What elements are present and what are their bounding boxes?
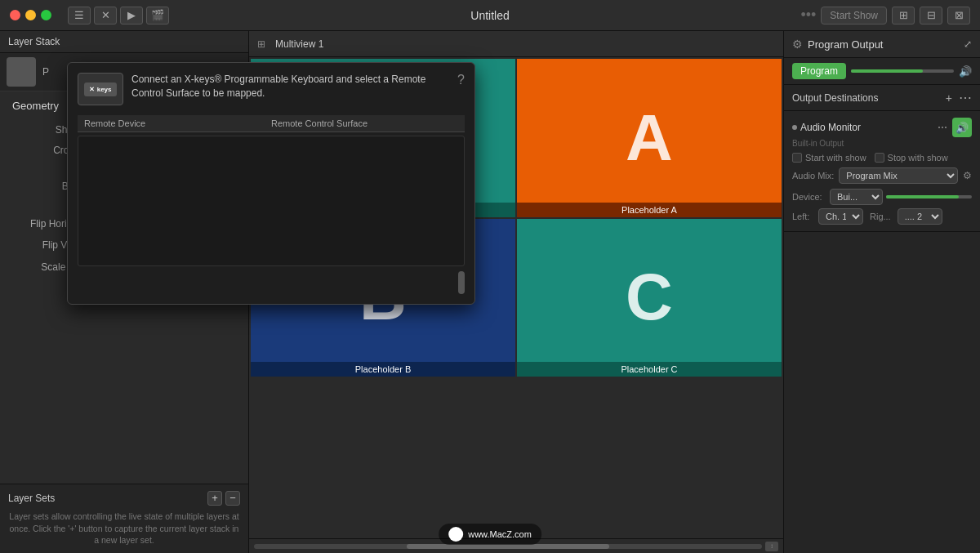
multiview-grid-icon: ⊞	[257, 38, 265, 50]
audio-monitor-dot	[792, 125, 797, 130]
add-destination-button[interactable]: +	[946, 91, 952, 105]
close-button[interactable]	[10, 10, 20, 20]
program-volume-slider[interactable]	[851, 69, 954, 73]
layer-stack-title: Layer Stack	[8, 36, 60, 47]
multiview-cell-a: A Placeholder A	[517, 59, 782, 217]
audio-monitor-header: Audio Monitor ⋯ 🔊	[792, 118, 972, 137]
left-channel-label: Left:	[792, 212, 815, 221]
mv-letter-c2: C	[626, 260, 673, 335]
minimize-button[interactable]	[25, 10, 36, 20]
stop-with-show-checkbox[interactable]: Stop with show	[875, 153, 948, 163]
audio-mix-label: Audio Mix:	[792, 171, 834, 181]
window-title: Untitled	[470, 9, 509, 22]
fullscreen-button[interactable]	[41, 10, 51, 20]
layer-sets-description: Layer sets allow controlling the live st…	[8, 511, 240, 546]
program-audio-icon[interactable]: 🔊	[959, 65, 972, 78]
xkeys-logo-text: ✕ keys	[84, 83, 116, 96]
layer-sets-section: Layer Sets + − Layer sets allow controll…	[0, 484, 248, 553]
right-channel-label: Rig...	[870, 212, 891, 221]
xkeys-overlay: ✕ keys Connect an X-keys® Programmable K…	[67, 62, 475, 305]
program-output-header: ⚙ Program Output ⤢	[784, 31, 980, 58]
start-with-show-label: Start with show	[805, 153, 866, 163]
scroll-corner-icon: ↕	[770, 542, 773, 550]
play-icon[interactable]: ▶	[120, 7, 143, 25]
xkeys-table-header: Remote Device Remote Control Surface	[78, 115, 465, 132]
device-select[interactable]: Bui...	[830, 189, 883, 205]
audio-mix-row: Audio Mix: Program Mix ⚙	[792, 167, 972, 184]
device-volume-slider[interactable]	[886, 195, 972, 198]
program-bar: Program 🔊	[784, 58, 980, 85]
stop-with-show-checkbox-box[interactable]	[875, 153, 884, 163]
xkeys-message: Connect an X-keys® Programmable Keyboard…	[131, 73, 449, 100]
device-volume-fill	[886, 195, 959, 198]
xkeys-scrollbar[interactable]	[458, 271, 465, 294]
layer-sets-add-button[interactable]: +	[207, 491, 222, 506]
layer-sets-buttons: + −	[207, 491, 240, 506]
layer-name: P	[42, 66, 49, 78]
audio-monitor-check-row: Start with show Stop with show	[792, 153, 972, 163]
audio-monitor-speaker-button[interactable]: 🔊	[952, 118, 972, 137]
audio-monitor-section: Audio Monitor ⋯ 🔊 Built-in Output Start …	[784, 111, 980, 232]
right-panel: ⚙ Program Output ⤢ Program 🔊 Output Dest…	[784, 31, 980, 553]
layout-icon-1[interactable]: ⊞	[892, 7, 915, 25]
multiview-cell-c2: C Placeholder C	[517, 219, 782, 377]
device-row: Device: Bui...	[792, 189, 972, 205]
audio-mix-select[interactable]: Program Mix	[839, 167, 958, 184]
output-destinations-title: Output Destinations	[792, 92, 946, 104]
audio-monitor-more-icon[interactable]: ⋯	[938, 122, 947, 133]
multiview-title: Multiview 1	[275, 38, 323, 50]
audio-monitor-title: Audio Monitor	[800, 122, 938, 133]
expand-icon[interactable]: ⤢	[964, 38, 972, 50]
sidebar-toggle-icon[interactable]: ☰	[68, 7, 91, 25]
record-icon[interactable]: 🎬	[146, 7, 169, 25]
right-channel-select[interactable]: .... 2	[898, 208, 942, 225]
layer-sets-header: Layer Sets + −	[8, 491, 240, 506]
output-destinations-header: Output Destinations + ⋯	[784, 85, 980, 111]
x-icon[interactable]: ✕	[94, 7, 117, 25]
left-panel: Layer Stack P Geometry Show as: Fullscre…	[0, 31, 249, 553]
start-show-button[interactable]: Start Show	[821, 7, 887, 25]
xkeys-col-remote-surface: Remote Control Surface	[271, 118, 458, 128]
layer-sets-remove-button[interactable]: −	[225, 491, 240, 506]
title-bar: ☰ ✕ ▶ 🎬 Untitled ••• Start Show ⊞ ⊟ ⊠	[0, 0, 980, 31]
main-layout: Layer Stack P Geometry Show as: Fullscre…	[0, 31, 980, 553]
program-output-title: Program Output	[808, 38, 959, 51]
audio-monitor-subtitle: Built-in Output	[792, 139, 972, 148]
program-button[interactable]: Program	[792, 63, 846, 79]
title-bar-more-icon: •••	[800, 7, 816, 24]
device-volume-slider-container	[886, 195, 972, 198]
layout-icon-3[interactable]: ⊠	[947, 7, 970, 25]
stop-with-show-label: Stop with show	[888, 153, 948, 163]
watermark: www.MacZ.com	[439, 524, 541, 545]
program-slider-fill	[851, 69, 923, 73]
xkeys-table-body	[78, 136, 465, 266]
xkeys-logo: ✕ keys	[78, 73, 123, 105]
layer-stack-header: Layer Stack	[0, 31, 248, 53]
destinations-more-icon[interactable]: ⋯	[959, 90, 972, 105]
scroll-corner[interactable]: ↕	[765, 542, 778, 551]
xkeys-scroll-area	[78, 271, 465, 294]
channel-row: Left: Ch. 1 Rig... .... 2	[792, 208, 972, 225]
layer-avatar	[7, 57, 36, 87]
xkeys-col-remote-device: Remote Device	[84, 118, 271, 128]
watermark-logo	[448, 527, 463, 542]
mv-letter-a: A	[626, 100, 673, 176]
left-channel-select[interactable]: Ch. 1	[818, 208, 863, 225]
xkeys-help-icon[interactable]: ?	[457, 73, 465, 87]
gear-icon[interactable]: ⚙	[792, 38, 803, 51]
xkeys-header: ✕ keys Connect an X-keys® Programmable K…	[78, 73, 465, 105]
start-with-show-checkbox[interactable]: Start with show	[792, 153, 866, 163]
multiview-header: ⊞ Multiview 1	[249, 31, 783, 57]
layer-sets-title: Layer Sets	[8, 493, 55, 504]
mv-label-a: Placeholder A	[517, 203, 782, 217]
audio-mix-gear-icon[interactable]: ⚙	[963, 170, 972, 181]
traffic-lights	[0, 10, 51, 20]
layout-icon-2[interactable]: ⊟	[920, 7, 942, 25]
device-label: Device:	[792, 192, 826, 202]
watermark-text: www.MacZ.com	[468, 529, 532, 539]
start-with-show-checkbox-box[interactable]	[792, 153, 802, 163]
mv-label-b: Placeholder B	[251, 362, 515, 377]
mv-label-c2: Placeholder C	[517, 362, 782, 377]
title-bar-right: ••• Start Show ⊞ ⊟ ⊠	[800, 7, 980, 25]
toolbar-icons: ☰ ✕ ▶ 🎬	[51, 7, 169, 25]
